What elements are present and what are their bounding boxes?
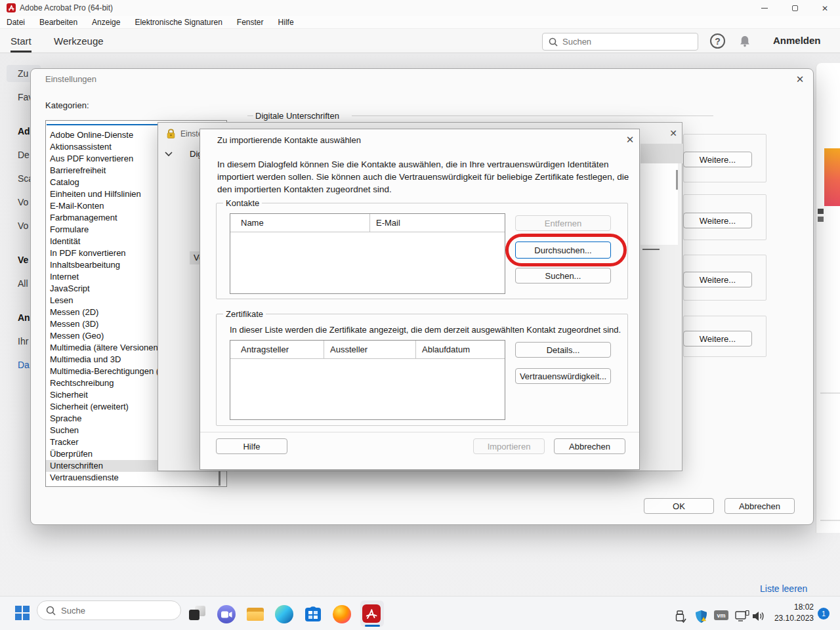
network-display-icon[interactable] [735,610,749,622]
tab-start[interactable]: Start [10,29,32,52]
signature-settings-close-button[interactable] [665,125,682,141]
contacts-col-email[interactable]: E-Mail [376,218,400,228]
import-dialog-description: In diesem Dialogfeld können Sie die Kont… [217,158,629,196]
divider [820,520,840,521]
firefox-circle [333,605,351,623]
clock[interactable]: 18:02 23.10.2023 [765,602,814,624]
bell-icon[interactable] [739,35,751,48]
sidebar-item-5[interactable]: All [18,278,28,289]
sidebar-item-4[interactable]: Vo [18,220,28,231]
restore-icon [792,5,798,11]
security-shield-icon[interactable] [694,610,708,623]
usb-device-icon[interactable] [675,610,686,623]
column-divider [369,214,370,232]
column-divider [415,341,416,359]
more-button-2[interactable]: Weitere... [683,213,752,228]
notification-badge[interactable]: 1 [818,608,830,620]
edge-circle [275,605,293,623]
remove-button[interactable]: Entfernen [515,215,611,231]
vmware-tools-icon[interactable]: vm [714,610,728,620]
acrobat-a-glyph [365,607,378,620]
start-button[interactable] [14,605,30,621]
import-dialog-close-button[interactable] [621,132,639,148]
cert-col-issuer[interactable]: Aussteller [330,345,368,354]
settings-dialog-title: Einstellungen [45,74,96,84]
tab-werkzeuge[interactable]: Werkzeuge [54,29,104,52]
chevron-down-icon[interactable] [164,151,173,157]
sidebar-item-3[interactable]: Vo [18,197,28,207]
window-title: Adobe Acrobat Pro (64-bit) [20,3,113,12]
details-button[interactable]: Details... [515,342,611,358]
contacts-list[interactable]: Name E-Mail [230,213,505,294]
more-button-4[interactable]: Weitere... [683,331,752,346]
import-cancel-button[interactable]: Abbrechen [554,438,625,454]
menu-datei[interactable]: Datei [7,18,25,27]
restore-button[interactable] [780,0,810,16]
minimize-icon [761,8,768,9]
certificates-list[interactable]: Antragsteller Aussteller Ablaufdatum [230,340,505,420]
toolbar-search[interactable] [542,33,698,51]
edge-icon[interactable] [275,605,293,623]
trust-button[interactable]: Vertrauenswürdigkeit... [515,368,611,384]
menu-elektronische-signaturen[interactable]: Elektronische Signaturen [135,18,222,27]
thumbnail-detail [818,209,824,214]
teams-chat-icon[interactable] [217,605,236,623]
sidebar-item-1[interactable]: De [18,150,30,160]
close-icon [822,2,828,14]
task-view-front-square [189,610,200,620]
sidebar-item-add-storage[interactable]: Da [18,360,30,370]
category-item[interactable]: Vertrauensdienste [46,472,226,484]
title-bar: Adobe Acrobat Pro (64-bit) [0,0,840,16]
close-button[interactable] [810,0,840,16]
menu-hilfe[interactable]: Hilfe [278,18,294,27]
panel-list-fragment [640,163,678,245]
menu-anzeige[interactable]: Anzeige [92,18,120,27]
panel-divider [642,249,660,250]
settings-close-button[interactable] [791,72,809,87]
column-divider [324,341,324,359]
contacts-col-name[interactable]: Name [241,218,264,228]
sidebar-section-adobe: Ad [18,126,30,136]
store-icon[interactable] [304,605,322,623]
firefox-icon[interactable] [333,605,351,623]
cert-col-expiry[interactable]: Ablaufdatum [422,345,470,354]
sidebar-section-other: An [18,312,30,323]
folder-front [247,612,264,621]
contacts-group-label: Kontakte [223,198,262,208]
toolbar-search-input[interactable] [562,37,681,47]
file-explorer-icon[interactable] [246,605,264,623]
taskbar: vm 18:02 23.10.2023 1 [0,596,840,630]
task-view-icon[interactable] [189,605,207,623]
digital-signatures-heading: Digitale Unterschriften [255,111,339,121]
import-button[interactable]: Importieren [473,438,545,454]
sidebar-item-recent[interactable]: Zu [18,68,28,79]
help-icon[interactable] [710,33,725,49]
import-contacts-dialog: Zu importierende Kontakte auswählen In d… [200,129,640,470]
more-button-1[interactable]: Weitere... [683,152,752,167]
cert-col-subject[interactable]: Antragsteller [241,345,289,354]
import-dialog-title: Zu importierende Kontakte auswählen [217,135,361,145]
signin-button[interactable]: Anmelden [773,35,821,46]
menu-bar: Datei Bearbeiten Anzeige Elektronische S… [0,16,840,29]
certificates-group-label: Zertifikate [223,309,266,319]
panel-scrollbar-thumb[interactable] [676,170,678,190]
search-icon [46,606,56,616]
minimize-button[interactable] [749,0,780,16]
ok-button[interactable]: OK [644,498,714,514]
sidebar-section-agreements: Ve [18,255,28,265]
menu-bearbeiten[interactable]: Bearbeiten [39,18,77,27]
settings-cancel-button[interactable]: Abbrechen [724,498,795,514]
taskbar-search[interactable] [37,600,181,620]
clear-list-link[interactable]: Liste leeren [760,583,807,594]
search-contacts-button[interactable]: Suchen... [515,268,611,284]
help-button[interactable]: Hilfe [216,438,287,454]
acrobat-app-icon [7,3,16,12]
browse-button[interactable]: Durchsuchen... [515,242,611,259]
more-button-3[interactable]: Weitere... [683,272,752,287]
search-icon [549,37,558,47]
taskbar-search-input[interactable] [61,606,166,616]
menu-fenster[interactable]: Fenster [237,18,264,27]
home-card [816,63,840,533]
sidebar-item-6[interactable]: Ihr [18,336,28,346]
thumbnail-detail [818,217,824,222]
